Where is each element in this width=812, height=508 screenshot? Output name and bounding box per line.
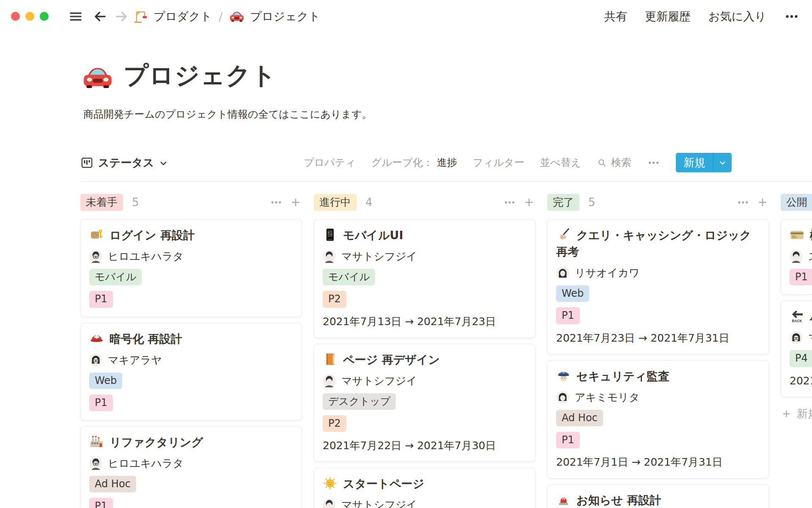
topbar-actions: 共有 更新履歴 お気に入り xyxy=(604,7,799,26)
card-title: クエリ・キャッシング・ロジック再考 xyxy=(556,227,760,260)
board-column: 公開権スP1BACKバマP42021年新規 xyxy=(781,191,812,508)
creditcard-icon xyxy=(790,227,804,242)
card[interactable]: ログイン 再設計ヒロユキハラタモバイルP1 xyxy=(80,219,302,317)
page-description: 商品開発チームのプロジェクト情報の全てはここにあります。 xyxy=(83,108,372,121)
avatar xyxy=(323,250,336,263)
card[interactable]: 権スP1 xyxy=(781,219,812,295)
column-more-icon[interactable] xyxy=(270,196,283,209)
properties-button[interactable]: プロパティ xyxy=(304,156,356,169)
filter-button[interactable]: フィルター xyxy=(473,156,524,169)
card-assignee-name: マ xyxy=(808,331,812,345)
card-assignee-name: ヒロユキハラタ xyxy=(108,249,184,263)
more-options-icon[interactable] xyxy=(784,9,799,24)
group-by-value: 進捗 xyxy=(437,156,457,169)
card-assignee-name: マサトシフジイ xyxy=(341,249,417,263)
card[interactable]: お知らせ 再設計 xyxy=(547,484,769,508)
card-assignee-name: マサトシフジイ xyxy=(341,374,417,388)
nav-forward-icon[interactable] xyxy=(113,8,129,25)
search-button[interactable]: 検索 xyxy=(597,156,631,169)
tag: Ad Hoc xyxy=(556,410,603,426)
tag: P2 xyxy=(323,291,346,307)
card[interactable]: クエリ・キャッシング・ロジック再考リサオイカワWebP12021年7月23日 →… xyxy=(547,219,769,354)
card-assignee-name: ス xyxy=(808,249,812,263)
column-status-badge[interactable]: 完了 xyxy=(547,194,579,210)
card-title: お知らせ 再設計 xyxy=(556,492,760,508)
share-button[interactable]: 共有 xyxy=(604,9,627,24)
card[interactable]: 暗号化 再設計マキアラヤWebP1 xyxy=(80,323,302,421)
card-date: 2021年 xyxy=(790,374,812,388)
sort-button[interactable]: 並べ替え xyxy=(540,156,581,169)
card[interactable]: スタートページマサトシフジイ xyxy=(314,468,535,508)
svg-text:BACK: BACK xyxy=(792,319,802,323)
search-icon xyxy=(597,157,607,168)
phone-icon xyxy=(323,227,337,242)
column-status-badge[interactable]: 公開 xyxy=(781,194,812,210)
card[interactable]: モバイルUIマサトシフジイモバイルP22021年7月13日 → 2021年7月2… xyxy=(314,219,535,338)
add-card-label: 新規 xyxy=(797,406,812,421)
card-assignee-name: リサオイカワ xyxy=(575,266,640,280)
tag: P1 xyxy=(89,395,113,411)
card-assignee-row: マ xyxy=(790,331,812,345)
card-title: BACKバ xyxy=(790,308,812,325)
avatar xyxy=(556,391,569,404)
column-header: 進行中4 xyxy=(314,191,535,213)
column-status-badge[interactable]: 進行中 xyxy=(314,194,357,210)
tag: デスクトップ xyxy=(323,393,396,410)
card-assignee-row: マサトシフジイ xyxy=(323,498,527,508)
card-assignee-row: ヒロユキハラタ xyxy=(89,249,293,263)
new-button-dropdown[interactable] xyxy=(713,153,732,172)
group-by-button[interactable]: グループ化： 進捗 xyxy=(371,156,457,169)
card-title: 権 xyxy=(790,227,812,243)
column-more-icon[interactable] xyxy=(737,196,749,209)
factory-icon xyxy=(89,434,104,449)
favorite-button[interactable]: お気に入り xyxy=(708,9,766,24)
breadcrumb-item-product[interactable]: プロダクト xyxy=(154,9,212,24)
card-assignee-name: マサトシフジイ xyxy=(341,498,417,508)
tag: モバイル xyxy=(89,269,142,285)
breadcrumb-item-project[interactable]: プロジェクト xyxy=(250,9,320,24)
kanban-board: 未着手5ログイン 再設計ヒロユキハラタモバイルP1暗号化 再設計マキアラヤWeb… xyxy=(80,191,812,508)
avatar xyxy=(89,353,102,367)
card-title-text: モバイルUI xyxy=(343,229,403,242)
view-switcher[interactable]: ステータス xyxy=(80,155,168,170)
view-more-icon[interactable] xyxy=(647,156,660,169)
card-title-text: ページ 再デザイン xyxy=(343,353,440,366)
card[interactable]: BACKバマP42021年 xyxy=(781,301,812,397)
column-header: 公開 xyxy=(781,191,812,213)
add-card-button[interactable]: 新規 xyxy=(781,406,812,421)
card-date: 2021年7月13日 → 2021年7月23日 xyxy=(323,315,527,329)
card-assignee-name: アキミモリタ xyxy=(575,390,640,404)
card-title-text: バ xyxy=(810,310,812,323)
breadcrumb: プロダクト / プロジェクト xyxy=(133,7,320,26)
page-icon-car[interactable] xyxy=(82,62,113,93)
column-add-icon[interactable] xyxy=(756,196,769,209)
card-assignee-row: アキミモリタ xyxy=(556,390,760,404)
close-window-button[interactable] xyxy=(11,12,20,21)
card[interactable]: セキュリティ監査アキミモリタAd HocP12021年7月1日 → 2021年7… xyxy=(547,360,769,479)
page-title: プロジェクト xyxy=(123,59,277,92)
sidebar-menu-icon[interactable] xyxy=(67,9,85,24)
column-more-icon[interactable] xyxy=(503,196,516,209)
card-assignee-row: リサオイカワ xyxy=(556,266,760,280)
column-status-badge[interactable]: 未着手 xyxy=(80,194,123,210)
card-title-text: 権 xyxy=(810,229,812,242)
zoom-window-button[interactable] xyxy=(40,12,49,21)
card[interactable]: ページ 再デザインマサトシフジイデスクトップP22021年7月22日 → 202… xyxy=(314,344,535,462)
column-count: 4 xyxy=(365,196,373,209)
card-date: 2021年7月1日 → 2021年7月31日 xyxy=(556,455,760,469)
updates-button[interactable]: 更新履歴 xyxy=(645,9,691,24)
column-add-icon[interactable] xyxy=(289,196,302,209)
tag: P2 xyxy=(323,415,346,432)
card-title-text: 暗号化 再設計 xyxy=(110,332,182,345)
board-column: 進行中4モバイルUIマサトシフジイモバイルP22021年7月13日 → 2021… xyxy=(314,191,535,508)
new-button[interactable]: 新規 xyxy=(676,153,732,172)
card-title-text: お知らせ 再設計 xyxy=(576,494,661,507)
card[interactable]: リファクタリングヒロユキハラタAd HocP1 xyxy=(80,426,302,508)
minimize-window-button[interactable] xyxy=(25,12,34,21)
writing-icon xyxy=(556,227,571,242)
column-count: 5 xyxy=(132,196,139,209)
card-title-text: リファクタリング xyxy=(110,436,203,449)
nav-back-icon[interactable] xyxy=(92,8,108,25)
board-view-icon xyxy=(80,156,93,169)
column-add-icon[interactable] xyxy=(523,196,535,209)
